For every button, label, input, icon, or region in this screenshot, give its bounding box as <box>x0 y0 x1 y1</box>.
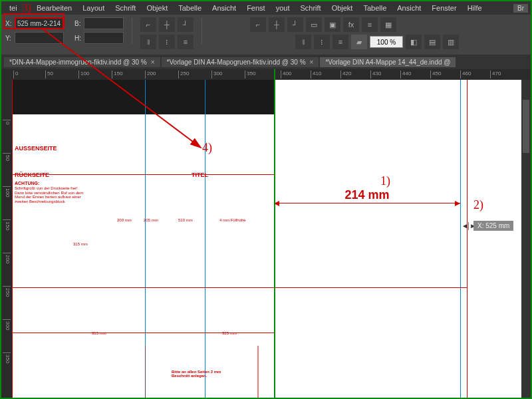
menu-ansicht[interactable]: Ansicht <box>207 4 241 12</box>
flap-outline <box>145 346 265 399</box>
label-achtung: ACHTUNG: <box>15 181 39 186</box>
ruler-tick: 200 <box>3 253 11 263</box>
menu-layout[interactable]: Layout <box>77 4 110 12</box>
measure-4fuell: 4 mm Füllhöhe <box>219 218 246 222</box>
measure-315: 315 mm <box>73 242 88 246</box>
menu-hilfe[interactable]: Hilfe <box>462 4 487 12</box>
ruler-tick: 350 <box>245 70 255 78</box>
label-rueckseite: RÜCKSEITE <box>15 172 49 178</box>
annotation-1: 1) <box>380 174 390 188</box>
icon[interactable]: ⫶ <box>314 35 330 49</box>
menu-bar: tei 3) Bearbeiten Layout Schrift Objekt … <box>1 1 531 15</box>
paragraph-icon[interactable]: ≡ <box>362 17 378 32</box>
ruler-tick: 250 <box>3 286 11 297</box>
icon[interactable]: ▥ <box>443 35 459 49</box>
ruler-tick: 440 <box>400 70 411 78</box>
measure-315b: 315 mm <box>92 331 106 335</box>
menu-fenster-left[interactable]: Fenst <box>241 4 271 12</box>
tab-label: *Vorlage DIN A4-Mappe 14_44_de.indd @ <box>325 59 450 66</box>
dimension-label: 214 mm <box>344 188 389 202</box>
measure-200: 200 mm <box>117 218 132 222</box>
menu-objekt[interactable]: Objekt <box>141 4 173 12</box>
wrap-icon[interactable]: ▭ <box>306 17 322 32</box>
fill-icon[interactable]: ▰ <box>351 35 367 49</box>
dimension-214mm: 214 mm <box>274 203 460 203</box>
annotation-box-3 <box>3 13 65 29</box>
ruler-tick: 460 <box>460 70 471 78</box>
annotation-arrow <box>35 21 214 161</box>
horizontal-ruler[interactable]: 400 410 420 430 440 450 460 470 <box>274 69 531 80</box>
menu-schrift[interactable]: Schrift <box>110 4 141 12</box>
page-edge <box>467 80 467 399</box>
menu-layout-r[interactable]: yout <box>271 4 295 12</box>
y-label: Y: <box>5 35 13 42</box>
vertical-scrollbar[interactable] <box>521 80 531 399</box>
document-tab[interactable]: *Vorlage DIN A4-Mappe 14_44_de.indd @ <box>320 57 456 67</box>
measure-510: 510 mm <box>178 218 193 222</box>
ruler-tick: 100 <box>3 186 11 197</box>
annotation-2: 2) <box>473 198 483 212</box>
fold-line <box>274 287 467 288</box>
fx-icon[interactable]: fx <box>343 17 359 32</box>
ruler-tick: 50 <box>3 153 11 161</box>
align-icon[interactable]: ┘ <box>287 17 303 32</box>
align-icon[interactable]: ⌐ <box>250 17 266 32</box>
guide-line[interactable] <box>460 80 461 399</box>
ruler-tick: 470 <box>490 70 501 78</box>
ruler-tick: 150 <box>3 219 11 230</box>
ruler-tick: 300 <box>3 319 11 330</box>
bridge-button[interactable]: Br <box>513 4 528 13</box>
ruler-tick: 400 <box>281 70 291 78</box>
measure-205: 205 mm <box>144 218 158 222</box>
icon[interactable]: ▤ <box>424 35 440 49</box>
text-achtung-body: Schriftgrößt von der Druckseite her! Dan… <box>15 186 88 203</box>
wrap2-icon[interactable]: ▣ <box>325 17 340 32</box>
pane-split-border <box>274 69 275 398</box>
align-icon[interactable]: ┼ <box>269 17 285 32</box>
menu-objekt-r[interactable]: Objekt <box>327 4 358 12</box>
coordinate-tooltip: X: 525 mm <box>473 221 513 231</box>
svg-line-0 <box>41 28 201 148</box>
fold-line <box>12 80 13 399</box>
fold-line <box>12 174 274 175</box>
ruler-tick: 0 <box>13 70 18 78</box>
vertical-ruler[interactable]: 0 50 100 150 200 250 300 350 <box>1 80 12 399</box>
ruler-tick: 0 <box>3 120 11 124</box>
right-pane: 400 410 420 430 440 450 460 470 214 mm 1… <box>274 69 531 399</box>
menu-tabelle[interactable]: Tabelle <box>173 4 207 12</box>
menu-datei[interactable]: tei <box>4 4 23 12</box>
label-titel: TITEL <box>192 172 208 178</box>
menu-bearbeiten[interactable]: Bearbeiten <box>31 4 77 12</box>
ruler-corner <box>1 69 12 80</box>
zoom-input[interactable] <box>370 36 403 48</box>
close-icon[interactable]: × <box>310 59 314 66</box>
scrollbar-thumb[interactable] <box>523 100 529 153</box>
icon[interactable]: ⫴ <box>295 35 311 49</box>
ruler-tick: 350 <box>3 352 11 363</box>
fold-line <box>12 287 274 288</box>
ruler-tick: 430 <box>370 70 381 78</box>
menu-tabelle-r[interactable]: Tabelle <box>358 4 392 12</box>
icon[interactable]: ◧ <box>406 35 422 49</box>
annotation-3: 3) <box>23 2 31 14</box>
grid-icon[interactable]: ▦ <box>380 17 396 32</box>
icon[interactable]: ≡ <box>332 35 348 49</box>
ruler-tick: 410 <box>311 70 321 78</box>
ruler-tick: 450 <box>430 70 441 78</box>
document-page-right[interactable]: 214 mm 1) 2) ◄│► X: 525 mm <box>274 80 531 399</box>
measure-315c: 315 mm <box>222 331 237 335</box>
menu-fenster[interactable]: Fenster <box>426 4 462 12</box>
ruler-tick: 420 <box>340 70 351 78</box>
menu-schrift-r[interactable]: Schrift <box>295 4 326 12</box>
menu-ansicht-r[interactable]: Ansicht <box>392 4 426 12</box>
